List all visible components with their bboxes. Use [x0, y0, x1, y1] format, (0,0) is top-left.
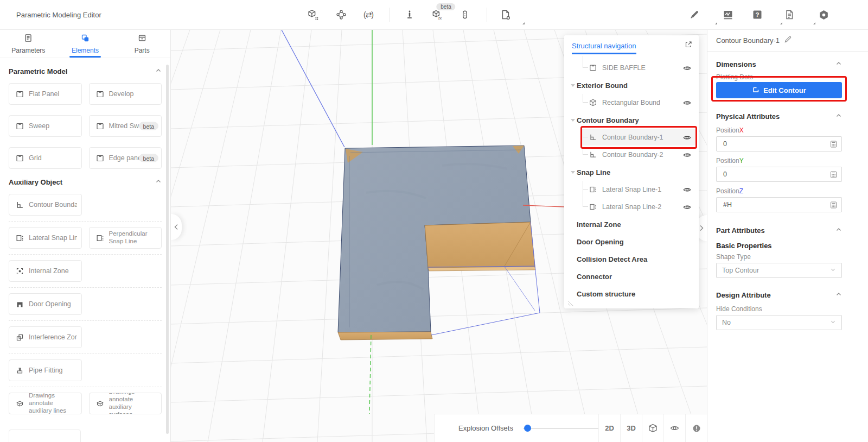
tab-parameters[interactable]: Parameters: [1, 30, 55, 58]
activity-chart-icon[interactable]: [722, 8, 735, 21]
tree-group-contour-boundary[interactable]: Contour Boundary: [564, 111, 699, 129]
tree-connector: [583, 181, 588, 190]
position-y-field[interactable]: [722, 170, 830, 179]
tree-item-side-baffle[interactable]: SIDE BAFFLE: [564, 59, 699, 77]
section-design-attribute[interactable]: Design Attribute: [716, 290, 842, 300]
button-internal-zone[interactable]: Internal Zone: [9, 260, 82, 282]
visibility-eye-icon[interactable]: [683, 99, 691, 107]
pin-icon[interactable]: [403, 8, 416, 21]
calculator-icon[interactable]: [830, 141, 837, 148]
shape-type-select[interactable]: Top Contour: [716, 263, 842, 278]
calculator-icon[interactable]: [830, 171, 837, 178]
panel-icon: [96, 90, 104, 98]
shape-type-label: Shape Type: [716, 253, 842, 261]
edit-pencil-icon[interactable]: [688, 8, 701, 21]
button-pipe-fitting[interactable]: Pipe Fitting: [9, 359, 82, 381]
app-title: Parametric Modeling Editor: [16, 11, 101, 19]
button-flat-panel[interactable]: Flat Panel: [9, 83, 82, 105]
tree-group-collision-detect-area[interactable]: Collision Detect Area: [564, 250, 699, 268]
mode-2d-button[interactable]: 2D: [598, 414, 620, 442]
visibility-eye-button[interactable]: [663, 414, 685, 442]
hide-conditions-select[interactable]: No: [716, 315, 842, 330]
button-develop[interactable]: Develop: [89, 83, 162, 105]
chevron-up-icon[interactable]: [155, 67, 162, 75]
tree-item-contour-boundary-1[interactable]: Contour Boundary-1: [564, 129, 699, 146]
top-bar: Parametric Modeling Editor (⇄) fx beta ?: [0, 0, 868, 30]
position-z-field[interactable]: [722, 200, 830, 209]
alert-info-button[interactable]: [685, 414, 707, 442]
calculator-icon[interactable]: [830, 201, 837, 209]
visibility-eye-icon[interactable]: [683, 203, 691, 211]
button-door-opening[interactable]: Door Opening: [9, 293, 82, 315]
tree-item-lateral-snap-line-2[interactable]: Lateral Snap Line-2: [564, 198, 699, 216]
chevron-up-icon[interactable]: [155, 178, 162, 186]
edit-contour-button[interactable]: Edit Contour: [716, 82, 842, 98]
interference-zone-icon: [16, 333, 24, 342]
export-document-icon[interactable]: [499, 8, 512, 21]
button-grid[interactable]: Grid: [9, 147, 82, 169]
visibility-eye-icon[interactable]: [683, 151, 691, 159]
button-contour-boundary[interactable]: Contour Boundary: [9, 194, 82, 216]
button-sweep[interactable]: Sweep: [9, 115, 82, 137]
panel-icon: [96, 154, 104, 162]
tab-parts[interactable]: Parts: [115, 30, 169, 58]
tree-group-door-opening[interactable]: Door Opening: [564, 233, 699, 250]
parts-drawer-icon: [138, 34, 146, 44]
panel-icon: [96, 122, 104, 130]
tree-connector: [583, 94, 588, 103]
tree-item-contour-boundary-2[interactable]: Contour Boundary-2: [564, 146, 699, 163]
link-icon[interactable]: [458, 8, 471, 21]
section-physical-attributes[interactable]: Physical Attributes: [716, 111, 842, 121]
section-part-attributes[interactable]: Part Attributes: [716, 225, 842, 235]
cube-view-button[interactable]: [642, 414, 663, 442]
structural-navigation-title[interactable]: Structural navigation: [572, 42, 636, 54]
button-drawings-annotate-auxiliary-surfaces[interactable]: Drawings annotate auxiliary surfaces: [89, 393, 162, 414]
chevron-up-icon: [835, 60, 842, 68]
button-perpendicular-snap-line[interactable]: Perpendicular Snap Line: [89, 227, 162, 249]
settings-nut-icon[interactable]: [817, 8, 830, 21]
tree-group-connector[interactable]: Connector: [564, 268, 699, 285]
slider-track: [523, 428, 598, 429]
resize-handle-icon[interactable]: [567, 299, 575, 307]
dropdown-caret-icon: [813, 22, 815, 24]
tree-item-rectangular-bound[interactable]: Rectangular Bound: [564, 94, 699, 111]
section-dimensions[interactable]: Dimensions: [716, 59, 842, 69]
tree-group-internal-zone[interactable]: Internal Zone: [564, 216, 699, 233]
beta-badge: beta: [139, 122, 158, 130]
swap-icon[interactable]: (⇄): [362, 8, 375, 21]
model-cube-icon[interactable]: [307, 8, 320, 21]
button-drawings-annotate-auxiliary-lines[interactable]: Drawings annotate auxiliary lines: [9, 393, 82, 414]
contour-icon: [752, 86, 760, 95]
visibility-eye-icon[interactable]: [683, 134, 691, 142]
tab-elements[interactable]: Elements: [58, 30, 112, 58]
model-l-shaped-panel[interactable]: [338, 146, 535, 340]
position-z-input: [716, 197, 842, 212]
explosion-offsets-slider[interactable]: [523, 424, 598, 432]
toolbar-divider: [390, 8, 390, 22]
tree-item-lateral-snap-line-1[interactable]: Lateral Snap Line-1: [564, 181, 699, 198]
sidebar-scrollbar[interactable]: [166, 65, 169, 434]
snapline-icon: [96, 234, 104, 242]
contour-icon: [589, 134, 597, 141]
visibility-eye-icon[interactable]: [683, 186, 691, 194]
document-icon[interactable]: [783, 8, 796, 21]
tree-group-snap-line[interactable]: Snap Line: [564, 163, 699, 181]
expand-panel-icon[interactable]: [685, 41, 692, 48]
axis-line-blue: [282, 30, 344, 147]
mode-3d-button[interactable]: 3D: [620, 414, 642, 442]
rename-pencil-icon[interactable]: [784, 35, 792, 46]
button-interference-zone[interactable]: Interference Zone: [9, 326, 82, 348]
button-lateral-snap-line[interactable]: Lateral Snap Line: [9, 227, 82, 249]
position-x-field[interactable]: [722, 140, 830, 148]
tree-group-exterior-bound[interactable]: Exterior Bound: [564, 77, 699, 94]
button-mitred-sweep[interactable]: Mitred Sweepbeta: [89, 115, 162, 137]
component-icon[interactable]: [335, 8, 348, 21]
help-icon[interactable]: ?: [751, 8, 764, 21]
contour-icon: [589, 151, 597, 159]
tree-group-custom-structure[interactable]: Custom structure: [564, 285, 699, 302]
partial-button[interactable]: [9, 430, 81, 442]
visibility-eye-icon[interactable]: [683, 64, 691, 72]
button-edge-panel[interactable]: Edge panelbeta: [89, 147, 162, 169]
slider-thumb[interactable]: [524, 425, 531, 432]
position-y-input: [716, 167, 842, 182]
